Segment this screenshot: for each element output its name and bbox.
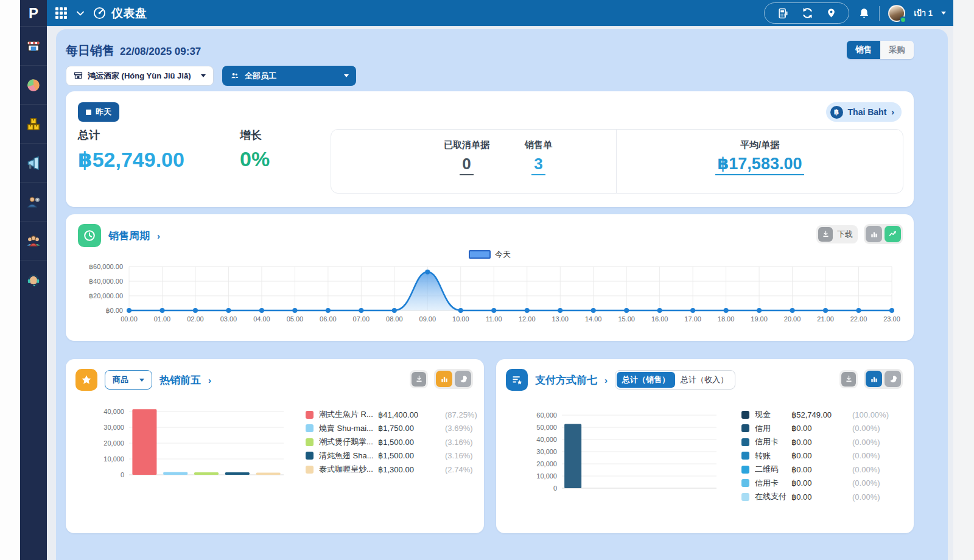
legend-percent: (0.00%) — [852, 465, 880, 474]
user-menu-caret-icon[interactable] — [941, 12, 946, 15]
sidebar-item-inventory[interactable] — [20, 104, 47, 143]
location-pin-icon[interactable] — [826, 7, 836, 19]
product-filter-caret-icon — [139, 379, 144, 382]
app-logo[interactable]: P — [20, 0, 47, 26]
bar-chart-icon[interactable] — [866, 226, 882, 242]
svg-text:30,000: 30,000 — [103, 424, 124, 431]
sidebar-item-store[interactable] — [20, 26, 47, 65]
mode-purchase-button[interactable]: 采购 — [880, 41, 914, 59]
payment-methods-chevron-icon[interactable]: › — [604, 375, 608, 385]
line-chart-icon[interactable] — [885, 226, 901, 242]
sales-cycle-title[interactable]: 销售周期 — [108, 229, 150, 243]
sidebar-item-marketing[interactable] — [20, 143, 47, 182]
user-name[interactable]: เป้า 1 — [914, 7, 933, 19]
tab-total-sales[interactable]: 总计（销售） — [617, 372, 675, 388]
download-button[interactable]: 下载 — [816, 225, 858, 243]
staff-select-value: 全部员工 — [245, 71, 276, 82]
legend-label: 燒賣 Shu-mai... — [319, 423, 378, 434]
mode-sales-button[interactable]: 销售 — [847, 41, 880, 59]
bar-chart-icon[interactable] — [436, 371, 452, 387]
sidebar-item-staff[interactable] — [20, 221, 47, 260]
clock-icon — [78, 224, 101, 247]
svg-text:50,000: 50,000 — [536, 424, 557, 431]
product-filter-select[interactable]: 商品 — [105, 370, 152, 390]
payment-methods-chart[interactable]: 010,00020,00030,00040,00050,00060,000 — [528, 402, 724, 499]
svg-text:02.00: 02.00 — [187, 315, 204, 323]
download-button[interactable] — [839, 370, 858, 388]
currency-chevron-icon: › — [891, 107, 894, 117]
cancelled-bills-label: 已取消单据 — [444, 139, 489, 151]
svg-text:18.00: 18.00 — [718, 315, 735, 323]
svg-text:60,000: 60,000 — [536, 411, 557, 419]
legend-swatch — [306, 411, 314, 419]
legend-item: 信用卡฿0.00(0.00%) — [741, 479, 889, 488]
legend-swatch — [741, 479, 749, 487]
yesterday-button[interactable]: 昨天 — [78, 102, 119, 122]
legend-label: 信用卡 — [755, 478, 791, 489]
dashboard-screen: P — [0, 0, 974, 560]
svg-text:10.00: 10.00 — [452, 315, 469, 323]
support-headset-icon — [26, 272, 41, 288]
chevron-down-icon[interactable] — [77, 11, 84, 16]
sidebar-item-reports[interactable] — [20, 65, 47, 104]
store-select-value: 鸿运酒家 (Hóng Yùn Jiǔ Jiā) — [88, 71, 191, 82]
top-products-chevron-icon[interactable]: › — [208, 375, 211, 385]
payment-methods-title[interactable]: 支付方式前七 — [535, 373, 597, 387]
sales-bills-value[interactable]: 3 — [531, 155, 545, 175]
legend-item: 二维码฿0.00(0.00%) — [741, 465, 889, 474]
download-icon — [412, 372, 426, 387]
apps-grid-icon[interactable] — [55, 7, 67, 19]
cancelled-bills-value[interactable]: 0 — [460, 155, 473, 175]
bar-chart-icon[interactable] — [866, 371, 882, 387]
svg-text:30,000: 30,000 — [536, 448, 557, 455]
svg-text:03.00: 03.00 — [220, 315, 237, 323]
topbar: 仪表盘 เป้า 1 — [47, 0, 953, 26]
legend-value: ฿1,500.00 — [378, 451, 434, 460]
app-title: 仪表盘 — [111, 5, 147, 21]
staff-select[interactable]: 全部员工 — [222, 66, 356, 86]
store-icon — [26, 38, 41, 54]
top-products-title[interactable]: 热销前五 — [159, 373, 201, 387]
total-block: 总计 ฿52,749.00 — [78, 128, 184, 172]
tab-total-income[interactable]: 总计（收入） — [675, 372, 734, 388]
download-button[interactable] — [410, 370, 428, 388]
currency-selector[interactable]: ฿ Thai Baht › — [826, 102, 902, 122]
legend-value: ฿0.00 — [791, 438, 845, 447]
legend-item: 在线支付฿0.00(0.00%) — [741, 492, 889, 502]
yesterday-label: 昨天 — [96, 107, 111, 117]
bell-icon[interactable] — [858, 7, 871, 20]
sidebar-item-admin[interactable] — [20, 182, 47, 221]
online-status-dot — [900, 16, 906, 23]
pos-terminal-icon[interactable] — [777, 7, 789, 19]
legend-swatch — [741, 438, 749, 446]
legend-percent: (87.25%) — [445, 410, 477, 419]
sync-icon[interactable] — [801, 7, 814, 19]
legend-swatch — [741, 452, 749, 460]
legend-item: 燒賣 Shu-mai...฿1,750.00(3.69%) — [306, 424, 477, 433]
average-value[interactable]: ฿17,583.00 — [715, 154, 805, 175]
sidebar-item-support[interactable] — [20, 260, 47, 299]
sales-cycle-chart[interactable]: ฿0.00฿20,000.00฿40,000.00฿60,000.0000.00… — [73, 262, 906, 334]
svg-text:40,000: 40,000 — [103, 408, 124, 415]
pie-chart-icon[interactable] — [885, 371, 901, 387]
legend-percent: (3.16%) — [445, 451, 473, 460]
svg-text:15.00: 15.00 — [618, 315, 635, 323]
sales-cycle-chevron-icon[interactable]: › — [157, 231, 160, 241]
legend-value: ฿1,500.00 — [378, 438, 434, 447]
top-products-controls — [410, 369, 473, 389]
avatar[interactable] — [888, 5, 905, 22]
staff-select-caret-icon — [344, 74, 349, 77]
pie-chart-icon[interactable] — [455, 371, 471, 387]
today-legend-label: 今天 — [495, 249, 511, 260]
store-select[interactable]: 鸿运酒家 (Hóng Yùn Jiǔ Jiā) — [66, 66, 214, 86]
legend-item: 转账฿0.00(0.00%) — [741, 452, 889, 461]
currency-label: Thai Baht — [848, 107, 887, 117]
svg-text:0: 0 — [553, 485, 557, 492]
legend-swatch — [741, 493, 749, 501]
quick-actions — [764, 2, 849, 24]
top-products-chart[interactable]: 010,00020,00030,00040,000 — [95, 397, 291, 488]
sales-cycle-header: 销售周期 › — [78, 224, 160, 247]
legend-swatch — [306, 452, 314, 460]
legend-swatch — [306, 438, 314, 446]
svg-text:40,000: 40,000 — [536, 436, 557, 443]
